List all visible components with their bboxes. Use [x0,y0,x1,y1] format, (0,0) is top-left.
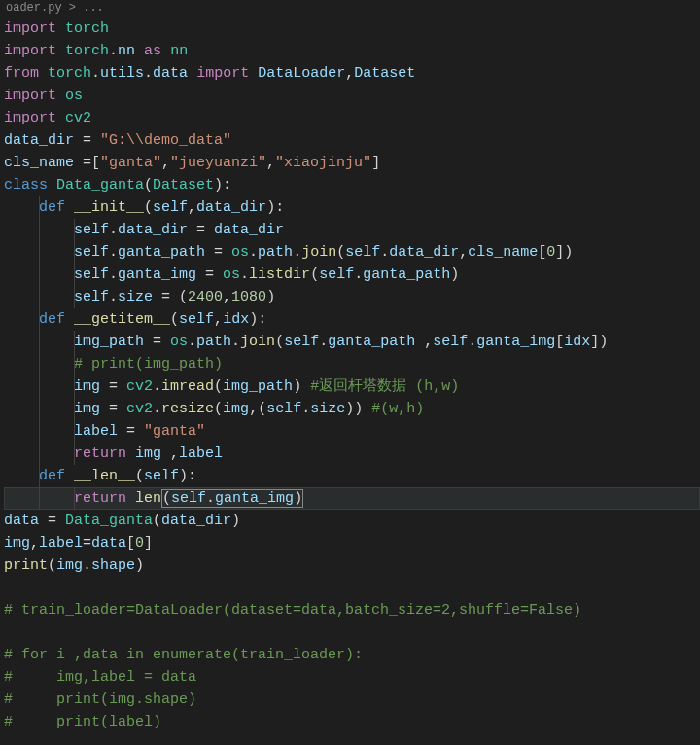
code-line[interactable]: import torch.nn as nn [4,40,700,62]
code-line[interactable]: # print(img.shape) [4,689,700,711]
code-line[interactable]: return img ,label [4,443,700,465]
code-line[interactable]: img_path = os.path.join(self.ganta_path … [4,331,700,353]
code-line[interactable]: def __getitem__(self,idx): [4,308,700,331]
code-line[interactable]: def __len__(self): [4,465,700,487]
code-line[interactable]: import cv2 [4,107,700,129]
code-line[interactable]: import torch [4,18,700,40]
code-line[interactable]: # print(label) [4,711,700,733]
code-editor[interactable]: oader.py > ... import torch import torch… [0,0,700,745]
breadcrumb[interactable]: oader.py > ... [0,0,700,18]
code-line-current[interactable]: return len(self.ganta_img) [4,487,700,510]
code-line[interactable]: img = cv2.resize(img,(self.size)) #(w,h) [4,398,700,420]
code-line[interactable]: # for i ,data in enumerate(train_loader)… [4,644,700,666]
code-line[interactable]: data_dir = "G:\\demo_data" [4,129,700,152]
code-line[interactable]: # train_loader=DataLoader(dataset=data,b… [4,599,700,621]
code-line[interactable]: class Data_ganta(Dataset): [4,174,700,196]
code-line[interactable]: print(img.shape) [4,554,700,577]
code-line[interactable]: data = Data_ganta(data_dir) [4,510,700,532]
code-line[interactable]: self.data_dir = data_dir [4,219,700,241]
code-line[interactable]: label = "ganta" [4,420,700,443]
code-line[interactable]: self.ganta_img = os.listdir(self.ganta_p… [4,264,700,286]
code-line-blank[interactable] [4,577,700,599]
code-line[interactable]: cls_name =["ganta","jueyuanzi","xiaojinj… [4,152,700,174]
code-line-blank[interactable] [4,621,700,644]
code-line[interactable]: self.size = (2400,1080) [4,286,700,308]
code-line[interactable]: import os [4,85,700,107]
code-line[interactable]: img = cv2.imread(img_path) #返回杆塔数据 (h,w) [4,375,700,398]
code-area[interactable]: import torch import torch.nn as nn from … [0,18,700,733]
code-line[interactable]: # img,label = data [4,666,700,689]
code-line[interactable]: self.ganta_path = os.path.join(self.data… [4,241,700,264]
code-line[interactable]: # print(img_path) [4,353,700,375]
code-line[interactable]: img,label=data[0] [4,532,700,554]
code-line[interactable]: def __init__(self,data_dir): [4,196,700,219]
code-line[interactable]: from torch.utils.data import DataLoader,… [4,62,700,85]
